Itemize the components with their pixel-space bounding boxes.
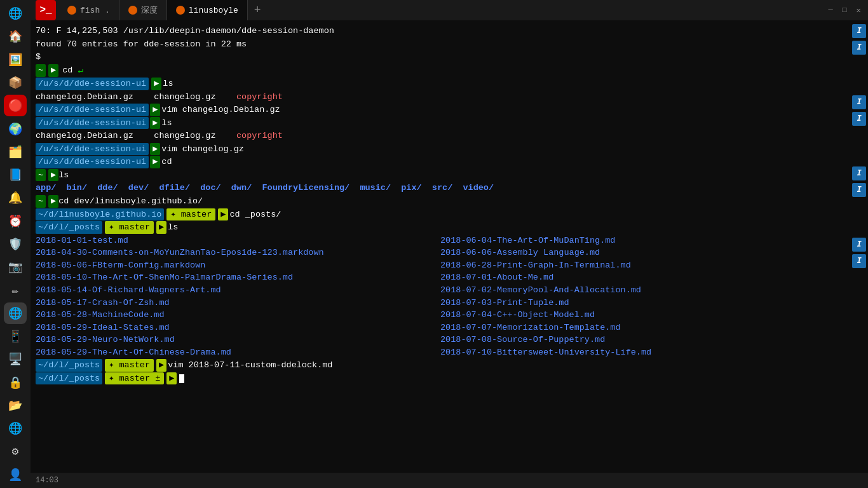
dir-listing-line: app/ bin/ dde/ dev/ dfile/ doc/ dwn/ Fou… <box>36 182 845 194</box>
prompt-path-4: /u/s/d/dde-session-ui <box>36 143 149 156</box>
tab-shendu[interactable]: 深度 <box>119 0 167 20</box>
file-row-r6: 2018-07-03-Print-Tuple.md <box>440 297 845 309</box>
prompt-path-posts2: ~/d/l/_posts <box>36 359 102 372</box>
dir-bin: bin/ <box>67 182 87 194</box>
add-tab-button[interactable]: + <box>248 4 268 17</box>
status-time: 14:03 <box>36 476 58 485</box>
prompt-arrow-10: ▶ <box>156 359 166 372</box>
prompt-path-5: /u/s/d/dde-session-ui <box>36 156 149 168</box>
i-button-5[interactable]: I <box>852 166 866 180</box>
prompt-path-posts: ~/d/l/_posts <box>36 221 102 234</box>
sidebar-icon-10[interactable]: ⏰ <box>4 210 27 232</box>
file-2: changelog.Debian.gz changelog.gz <box>36 130 236 142</box>
sidebar-icon-21[interactable]: 👤 <box>4 464 27 485</box>
minimize-button[interactable]: ─ <box>826 6 835 15</box>
dir-foundry: FoundryLicensing/ <box>262 182 349 194</box>
sidebar-icon-17[interactable]: 🔒 <box>4 372 27 393</box>
sidebar-icon-13[interactable]: ✏️ <box>4 279 27 301</box>
prompt-arrow-green: ▶ <box>48 64 58 77</box>
prompt-branch-1: ✦ master <box>166 208 215 221</box>
cmd-cd2: cd <box>161 156 172 168</box>
i-button-4[interactable]: I <box>852 112 866 126</box>
output-text-2: found 70 entries for dde-session in 22 m… <box>36 38 247 51</box>
enter-icon: ↵ <box>78 64 83 77</box>
prompt-line-master2: ~/d/l/_posts ✦ master ▶ ls <box>36 221 845 234</box>
prompt-line-cd: ~ ▶ cd ↵ <box>36 64 845 77</box>
prompt-tilde-1: ~ <box>36 64 46 77</box>
sidebar-icon-14[interactable]: 🌐 <box>4 302 27 324</box>
cmd-cd3: cd dev/linusboyle.github.io/ <box>58 195 203 208</box>
terminal-output[interactable]: 70: F 14,225,503 /usr/lib/deepin-daemon/… <box>31 20 850 473</box>
file-row-6: 2018-05-17-Crash-Of-Zsh.md <box>36 297 440 309</box>
terminal-app-icon[interactable]: >_ <box>36 0 56 20</box>
ls-output-2: changelog.Debian.gz changelog.gz copyrig… <box>36 130 845 142</box>
sidebar-icon-19[interactable]: 🌐 <box>4 417 27 439</box>
tab-linusboyle[interactable]: linusboyle <box>167 0 248 20</box>
tab-list: >_ fish . 深度 linusboyle + <box>36 0 268 20</box>
cmd-vim3: vim 2018-07-11-custom-ddelock.md <box>168 359 332 372</box>
sidebar-icon-6[interactable]: 🌍 <box>4 118 27 139</box>
prompt-arrow-5: ▶ <box>150 156 160 168</box>
sidebar-icon-9[interactable]: 🔔 <box>4 187 27 208</box>
i-button-6[interactable]: I <box>852 183 866 197</box>
status-bar: 14:03 <box>31 473 868 488</box>
prompt-path-1: /u/s/d/dde-session-ui <box>36 78 149 90</box>
sidebar-icon-1[interactable]: 🌐 <box>4 3 27 24</box>
i-button-1[interactable]: I <box>852 24 866 38</box>
file-row-r9: 2018-07-08-Source-Of-Puppetry.md <box>440 334 845 346</box>
cmd-ls3: ls <box>58 169 69 182</box>
ls-output-1: changelog.Debian.gz changelog.gz copyrig… <box>36 91 845 104</box>
sidebar-icon-16[interactable]: 🖥️ <box>4 348 27 370</box>
cmd-ls2: ls <box>161 117 172 130</box>
prompt-branch-final: ✦ master ± <box>105 372 164 385</box>
prompt-line-vim3: ~/d/l/_posts ✦ master ▶ vim 2018-07-11-c… <box>36 359 845 372</box>
sidebar-icon-18[interactable]: 📂 <box>4 395 27 416</box>
prompt-arrow-9: ▶ <box>156 221 166 234</box>
sidebar-icon-7[interactable]: 🗂️ <box>4 141 27 163</box>
file-row-r7: 2018-07-04-C++-Object-Model.md <box>440 309 845 322</box>
i-button-8[interactable]: I <box>852 254 866 268</box>
prompt-line-cd3: ~ ▶ cd dev/linusboyle.github.io/ <box>36 195 845 208</box>
close-button[interactable]: ✕ <box>854 6 863 15</box>
sidebar-icon-2[interactable]: 🏠 <box>4 25 27 47</box>
sidebar-icon-15[interactable]: 📱 <box>4 325 27 347</box>
file-row-8: 2018-05-29-Ideal-States.md <box>36 322 440 334</box>
restore-button[interactable]: □ <box>840 6 849 15</box>
prompt-line-master1: ~/d/linusboyle.github.io ✦ master ▶ cd _… <box>36 208 845 221</box>
cmd-ls1: ls <box>163 78 173 90</box>
i-button-3[interactable]: I <box>852 95 866 109</box>
sidebar-icon-3[interactable]: 🖼️ <box>4 49 27 71</box>
prompt-path-github: ~/d/linusboyle.github.io <box>36 208 164 221</box>
cmd-cd-posts: cd _posts/ <box>229 208 281 221</box>
sidebar-icon-5[interactable]: 🔴 <box>4 95 27 116</box>
sidebar-icon-4[interactable]: 📦 <box>4 72 27 93</box>
sidebar-icon-11[interactable]: 🛡️ <box>4 233 27 255</box>
dir-dfile: dfile/ <box>159 182 190 194</box>
i-button-7[interactable]: I <box>852 238 866 252</box>
file-row-9: 2018-05-29-Neuro-NetWork.md <box>36 334 440 346</box>
dir-dev: dev/ <box>128 182 149 194</box>
file-copyright-2: copyright <box>236 130 283 142</box>
prompt-arrow-6: ▶ <box>48 169 58 182</box>
prompt-tilde-2: ~ <box>36 169 46 182</box>
dir-dde: dde/ <box>97 182 118 194</box>
file-row-10: 2018-05-29-The-Art-Of-Chinese-Drama.md <box>36 346 440 359</box>
sidebar-icon-20[interactable]: ⚙️ <box>4 440 27 462</box>
sidebar-icon-12[interactable]: 📷 <box>4 256 27 278</box>
file-row-1: 2018-01-01-test.md <box>36 234 440 247</box>
prompt-line-ls2: /u/s/d/dde-session-ui ▶ ls <box>36 117 845 130</box>
sidebar-icon-8[interactable]: 📘 <box>4 164 27 186</box>
file-row-7: 2018-05-28-MachineCode.md <box>36 309 440 322</box>
dir-dwn: dwn/ <box>231 182 252 194</box>
dir-pix: pix/ <box>401 182 421 194</box>
i-button-2[interactable]: I <box>852 41 866 55</box>
output-line-2: found 70 entries for dde-session in 22 m… <box>36 38 845 51</box>
tab-fish[interactable]: fish . <box>58 0 119 20</box>
prompt-branch-3: ✦ master <box>105 359 154 372</box>
window-controls: ─ □ ✕ <box>826 6 863 15</box>
file-row-r5: 2018-07-02-MemoryPool-And-Allocation.md <box>440 284 845 297</box>
file-list: 2018-01-01-test.md 2018-04-30-Comments-o… <box>36 234 845 359</box>
prompt-path-3: /u/s/d/dde-session-ui <box>36 117 149 130</box>
prompt-arrow-final: ▶ <box>166 372 177 385</box>
sidebar: 🌐 🏠 🖼️ 📦 🔴 🌍 🗂️ 📘 🔔 ⏰ 🛡️ 📷 ✏️ 🌐 📱 🖥️ 🔒 📂… <box>0 0 31 488</box>
